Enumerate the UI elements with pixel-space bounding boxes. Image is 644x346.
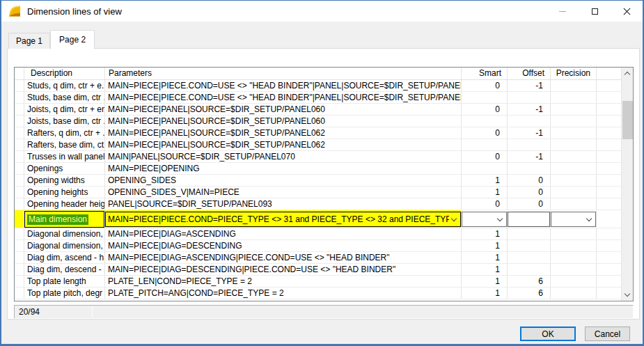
column-header-offset[interactable]: Offset: [508, 68, 551, 79]
smart-cell: [462, 163, 508, 174]
cancel-button[interactable]: Cancel: [585, 327, 630, 341]
scroll-down-button[interactable]: [622, 289, 633, 301]
row-header-cell[interactable]: [15, 210, 24, 228]
table-row[interactable]: Joists, q dim, ctr + en...MAIN=PIECE|PAN…: [15, 104, 621, 116]
description-cell: Rafters, base dim, ct...: [24, 139, 105, 150]
row-header-cell[interactable]: [15, 151, 24, 162]
table-row[interactable]: OpeningsMAIN=PIECE|OPENING: [15, 163, 621, 175]
table-row[interactable]: Diag dim, ascend - h...MAIN=PIECE|DIAG=A…: [15, 252, 621, 264]
table-row[interactable]: Rafters, base dim, ct...MAIN=PIECE|PANEL…: [15, 139, 621, 151]
row-header-cell[interactable]: [15, 228, 24, 239]
offset-cell: -1: [508, 151, 551, 162]
table-row[interactable]: Diagonal dimension, ...MAIN=PIECE|DIAG=A…: [15, 228, 621, 240]
table-row[interactable]: Studs, base dim, ctr ...MAIN=PIECE|PIECE…: [15, 92, 621, 104]
tab-page-1[interactable]: Page 1: [8, 33, 50, 49]
parameters-combobox[interactable]: MAIN=PIECE|PIECE.COND=PIECE_TYPE <> 31 a…: [105, 212, 461, 227]
table-row[interactable]: Studs, q dim, ctr + e...MAIN=PIECE|PIECE…: [15, 80, 621, 92]
spacer-cell: [597, 175, 621, 186]
parameters-cell: MAIN=PIECE|PANEL|SOURCE=$DIR_SETUP/PANEL…: [105, 104, 462, 115]
column-header-precision[interactable]: Precision: [551, 68, 597, 79]
offset-edit[interactable]: [508, 212, 550, 227]
spacer-cell: [597, 187, 621, 198]
close-button[interactable]: [611, 1, 643, 22]
row-header-cell[interactable]: [15, 80, 24, 91]
row-header-cell[interactable]: [15, 92, 24, 103]
row-header-cell[interactable]: [15, 276, 24, 287]
column-header-description[interactable]: Description: [24, 68, 105, 79]
description-cell: Opening widths: [24, 175, 105, 186]
grid-header: Description Parameters Smart Offset Prec…: [15, 68, 621, 80]
row-header-cell[interactable]: [15, 163, 24, 174]
smart-cell: 0: [462, 80, 508, 91]
parameters-cell: MAIN=PIECE|PANEL|SOURCE=$DIR_SETUP/PANEL…: [105, 127, 462, 139]
parameters-cell: MAIN=PIECE|PIECE.COND=USE <> "HEAD BINDE…: [105, 92, 462, 103]
minimize-button: [547, 1, 579, 22]
description-cell: Joists, base dim, ctr ...: [24, 116, 105, 127]
row-header-cell[interactable]: [15, 198, 24, 210]
table-row[interactable]: Opening heightsOPENING_SIDES_V|MAIN=PIEC…: [15, 187, 621, 198]
precision-cell: [551, 92, 597, 103]
precision-cell: [551, 116, 597, 127]
offset-cell: 0: [508, 187, 551, 198]
description-cell: Joists, q dim, ctr + en...: [24, 104, 105, 115]
offset-cell: 0: [508, 175, 551, 186]
parameters-cell: PLATE_LEN|COND=PIECE_TYPE = 2: [105, 276, 462, 287]
table-row[interactable]: Top plate lengthPLATE_LEN|COND=PIECE_TYP…: [15, 276, 621, 288]
offset-cell: 6: [508, 276, 551, 287]
table-row[interactable]: Top plate pitch, degrPLATE_PITCH=ANG|CON…: [15, 288, 621, 299]
description-cell: Openings: [24, 163, 105, 174]
table-row[interactable]: Joists, base dim, ctr ...MAIN=PIECE|PANE…: [15, 116, 621, 127]
tab-strip: Page 1Page 2: [8, 30, 95, 49]
table-row[interactable]: Opening widthsOPENING_SIDES10: [15, 175, 621, 187]
spacer-cell: [597, 163, 621, 174]
row-header-cell[interactable]: [15, 116, 24, 127]
precision-cell: [551, 80, 597, 91]
spacer-cell: [597, 210, 621, 228]
description-cell: Rafters, q dim, ctr + ...: [24, 127, 105, 139]
description-cell: Opening header heig...: [24, 198, 105, 210]
scrollbar-thumb[interactable]: [622, 101, 633, 139]
offset-cell: 6: [508, 288, 551, 299]
table-row[interactable]: Diag dim, descend - ...MAIN=PIECE|DIAG=D…: [15, 264, 621, 276]
column-header-smart[interactable]: Smart: [462, 68, 508, 79]
table-row[interactable]: Diagonal dimension, ...MAIN=PIECE|DIAG=D…: [15, 240, 621, 252]
row-header-cell[interactable]: [15, 139, 24, 150]
description-edit[interactable]: Main dimension: [24, 211, 104, 228]
parameters-cell: OPENING_SIDES_V|MAIN=PIECE: [105, 187, 462, 198]
offset-cell: -1: [508, 80, 551, 91]
tab-page-2[interactable]: Page 2: [50, 30, 95, 49]
smart-combobox[interactable]: [462, 212, 507, 227]
offset-cell: [508, 228, 551, 239]
row-header-cell[interactable]: [15, 240, 24, 251]
column-header-parameters[interactable]: Parameters: [105, 68, 462, 79]
row-header-cell[interactable]: [15, 187, 24, 198]
selected-text: Main dimension: [27, 214, 88, 225]
row-header-cell[interactable]: [15, 127, 24, 139]
row-header-cell[interactable]: [15, 264, 24, 275]
row-header-cell[interactable]: [15, 288, 24, 299]
precision-cell: [551, 240, 597, 251]
precision-combobox[interactable]: [551, 212, 596, 227]
scroll-up-button[interactable]: [622, 68, 633, 79]
row-header-cell[interactable]: [15, 175, 24, 186]
spacer-cell: [597, 276, 621, 287]
vertical-scrollbar[interactable]: [621, 68, 633, 301]
table-row[interactable]: Opening header heig...PANEL|SOURCE=$DIR_…: [15, 198, 621, 210]
offset-cell: [508, 252, 551, 263]
parameters-cell: PANEL|SOURCE=$DIR_SETUP/PANEL093: [105, 198, 462, 210]
spacer-cell: [597, 240, 621, 251]
row-header-cell[interactable]: [15, 252, 24, 263]
table-row[interactable]: Rafters, q dim, ctr + ...MAIN=PIECE|PANE…: [15, 127, 621, 139]
offset-cell: [508, 210, 551, 228]
row-header-cell[interactable]: [15, 104, 24, 115]
table-row[interactable]: Trusses in wall panelMAIN|PANEL|SOURCE=$…: [15, 151, 621, 163]
ok-button[interactable]: OK: [520, 327, 576, 341]
precision-cell: [551, 163, 597, 174]
precision-cell: [551, 276, 597, 287]
parameters-cell: MAIN=PIECE|DIAG=ASCENDING|PIECE.COND=USE…: [105, 252, 462, 263]
maximize-button[interactable]: [579, 1, 611, 22]
parameters-cell: MAIN=PIECE|PANEL|SOURCE=$DIR_SETUP/PANEL…: [105, 139, 462, 150]
minimize-icon: [559, 11, 566, 12]
description-cell: Trusses in wall panel: [24, 151, 105, 162]
table-row[interactable]: Main dimensionMAIN=PIECE|PIECE.COND=PIEC…: [15, 210, 621, 228]
